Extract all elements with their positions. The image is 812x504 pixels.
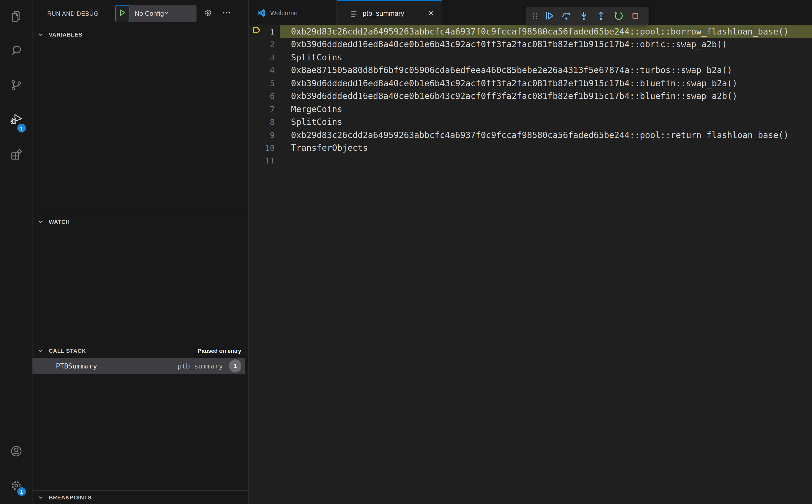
file-list-icon bbox=[350, 9, 358, 17]
breakpoint-gutter[interactable] bbox=[249, 155, 264, 167]
line-number: 8 bbox=[264, 116, 275, 129]
step-into-button[interactable] bbox=[575, 9, 593, 24]
code-line[interactable]: 1 0xb29d83c26cdd2a64959263abbcfc4a6937f0… bbox=[249, 25, 812, 38]
breakpoint-gutter[interactable] bbox=[249, 38, 264, 51]
line-number: 6 bbox=[264, 90, 275, 103]
breakpoint-gutter[interactable] bbox=[249, 129, 264, 142]
stop-button[interactable] bbox=[627, 9, 644, 24]
section-label: CALL STACK bbox=[49, 347, 86, 354]
tab-label: ptb_summary bbox=[362, 9, 404, 17]
vscode-logo-icon bbox=[256, 8, 266, 18]
section-header-variables[interactable]: VARIABLES bbox=[32, 27, 248, 42]
chevron-down-icon bbox=[37, 30, 45, 38]
play-icon bbox=[119, 9, 126, 18]
code-text: 0xb39d6dddedd16ed8a40ce0b1e6b43c92acf0ff… bbox=[280, 38, 812, 51]
sidebar-item-extensions[interactable] bbox=[0, 138, 32, 173]
code-line[interactable]: 11 bbox=[249, 155, 812, 167]
current-frame-arrow-icon bbox=[251, 25, 262, 39]
sidebar-item-explorer[interactable] bbox=[0, 0, 32, 35]
step-out-button[interactable] bbox=[593, 9, 610, 24]
open-launch-config-button[interactable] bbox=[203, 8, 214, 19]
code-line[interactable]: 10 TransferObjects bbox=[249, 142, 812, 155]
section-header-watch[interactable]: WATCH bbox=[32, 214, 248, 229]
breakpoint-gutter[interactable] bbox=[249, 116, 264, 129]
line-number: 1 bbox=[264, 25, 275, 38]
code-line[interactable]: 6 0xb39d6dddedd16ed8a40ce0b1e6b43c92acf0… bbox=[249, 90, 812, 103]
account-icon bbox=[9, 445, 23, 460]
sidebar-item-run-and-debug[interactable]: 1 bbox=[0, 104, 32, 138]
line-number: 9 bbox=[264, 129, 275, 142]
breakpoint-gutter[interactable] bbox=[249, 25, 264, 38]
chevron-down-icon bbox=[37, 346, 45, 355]
section-header-breakpoints[interactable]: BREAKPOINTS bbox=[32, 491, 248, 504]
step-over-button[interactable] bbox=[558, 9, 575, 24]
sidebar-item-search[interactable] bbox=[0, 35, 32, 69]
activity-bar: 1 1 bbox=[0, 0, 32, 504]
line-number: 11 bbox=[264, 155, 275, 167]
tab-ptb-summary[interactable]: ptb_summary ✕ bbox=[337, 0, 442, 25]
sidebar-item-source-control[interactable] bbox=[0, 69, 32, 104]
code-line[interactable]: 4 0x8ae871505a80d8bf6bf9c05906cda6edfeea… bbox=[249, 64, 812, 77]
call-stack-frame-row[interactable]: PTBSummary ptb_summary 1 bbox=[32, 358, 245, 374]
code-line[interactable]: 2 0xb39d6dddedd16ed8a40ce0b1e6b43c92acf0… bbox=[249, 38, 812, 51]
line-number: 10 bbox=[264, 142, 275, 155]
drag-handle-icon[interactable] bbox=[530, 10, 541, 22]
line-number: 2 bbox=[264, 38, 275, 51]
code-text: 0xb29d83c26cdd2a64959263abbcfc4a6937f0c9… bbox=[280, 25, 812, 38]
breakpoint-gutter[interactable] bbox=[249, 77, 264, 90]
chevron-down-icon bbox=[163, 10, 192, 17]
code-text: SplitCoins bbox=[280, 51, 812, 64]
line-number: 7 bbox=[264, 103, 275, 116]
code-line[interactable]: 8 SplitCoins bbox=[249, 116, 812, 129]
run-and-debug-sidebar: RUN AND DEBUG No Configur VARIABLES bbox=[32, 0, 249, 504]
view-title: RUN AND DEBUG bbox=[47, 10, 98, 16]
vscode-window: 1 1 RUN AND DEBUG No Configur bbox=[0, 0, 812, 504]
code-text: TransferObjects bbox=[280, 142, 812, 155]
settings-count-badge: 1 bbox=[16, 486, 27, 497]
configuration-value: No Configur bbox=[135, 10, 163, 17]
editor-group: Welcome ptb_summary ✕ 1 0xb29d83c2 bbox=[249, 0, 812, 504]
start-debugging-button[interactable] bbox=[115, 5, 129, 22]
line-number: 3 bbox=[264, 51, 275, 64]
breakpoint-gutter[interactable] bbox=[249, 51, 264, 64]
code-line[interactable]: 3 SplitCoins bbox=[249, 51, 812, 64]
watch-body bbox=[32, 229, 248, 343]
code-line[interactable]: 9 0xb29d83c26cdd2a64959263abbcfc4a6937f0… bbox=[249, 129, 812, 142]
debug-toolbar bbox=[526, 7, 649, 26]
settings-button[interactable]: 1 bbox=[0, 469, 32, 504]
section-header-call-stack[interactable]: CALL STACK Paused on entry bbox=[32, 343, 248, 358]
ellipsis-icon bbox=[222, 8, 231, 19]
debug-count-badge: 1 bbox=[16, 123, 27, 133]
accounts-button[interactable] bbox=[0, 435, 32, 469]
frame-line-badge: 1 bbox=[229, 359, 241, 373]
tab-welcome[interactable]: Welcome bbox=[249, 0, 337, 25]
view-title-row: RUN AND DEBUG No Configur bbox=[32, 0, 248, 27]
activity-bar-spacer bbox=[0, 173, 32, 435]
call-stack-body bbox=[32, 374, 248, 490]
line-number: 4 bbox=[264, 64, 275, 77]
views-more-actions-button[interactable] bbox=[221, 8, 232, 19]
source-control-icon bbox=[9, 79, 23, 94]
code-line[interactable]: 5 0xb39d6dddedd16ed8a40ce0b1e6b43c92acf0… bbox=[249, 77, 812, 90]
search-icon bbox=[9, 44, 23, 59]
breakpoint-gutter[interactable] bbox=[249, 90, 264, 103]
close-icon[interactable]: ✕ bbox=[426, 8, 436, 18]
launch-control: No Configur bbox=[115, 5, 196, 22]
continue-button[interactable] bbox=[541, 9, 558, 24]
code-text: MergeCoins bbox=[280, 103, 812, 116]
variables-body bbox=[32, 42, 248, 214]
breakpoint-gutter[interactable] bbox=[249, 142, 264, 155]
code-text: 0xb39d6dddedd16ed8a40ce0b1e6b43c92acf0ff… bbox=[280, 77, 812, 90]
tab-bar: Welcome ptb_summary ✕ bbox=[249, 0, 812, 25]
files-icon bbox=[9, 10, 23, 25]
gear-icon bbox=[204, 8, 213, 19]
breakpoint-gutter[interactable] bbox=[249, 64, 264, 77]
restart-button[interactable] bbox=[610, 9, 627, 24]
section-label: VARIABLES bbox=[49, 31, 82, 37]
code-line[interactable]: 7 MergeCoins bbox=[249, 103, 812, 116]
breakpoint-gutter[interactable] bbox=[249, 103, 264, 116]
line-number: 5 bbox=[264, 77, 275, 90]
configuration-dropdown[interactable]: No Configur bbox=[128, 5, 196, 22]
code-text bbox=[280, 155, 812, 167]
code-text: 0xb39d6dddedd16ed8a40ce0b1e6b43c92acf0ff… bbox=[280, 90, 812, 103]
